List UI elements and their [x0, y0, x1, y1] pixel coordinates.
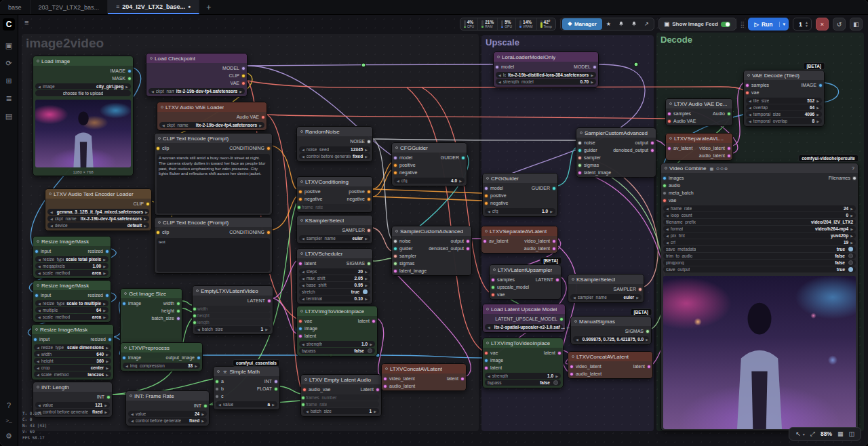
increment-icon[interactable]: ▶: [103, 264, 106, 268]
node-int-frame-rate[interactable]: INT: Frame RateINT◀value24▶◀control befo…: [125, 390, 210, 426]
node-header[interactable]: Load Image: [33, 56, 133, 66]
port-dot[interactable]: [108, 338, 112, 342]
increment-icon[interactable]: ▶: [365, 283, 368, 287]
input-port-negative[interactable]: negative: [484, 201, 508, 205]
increment-icon[interactable]: ▶: [145, 210, 148, 214]
collapse-dot-icon[interactable]: [493, 268, 496, 271]
widget-filename_prefix[interactable]: filename_prefixvideo/204_I2V_LTX2: [663, 219, 856, 225]
port-dot[interactable]: [727, 112, 731, 116]
port-dot[interactable]: [298, 190, 302, 194]
increment-icon[interactable]: ▶: [374, 409, 376, 413]
output-port-resized[interactable]: resized: [87, 293, 109, 298]
output-port-IMAGE[interactable]: IMAGE: [110, 68, 132, 73]
node-cfg-guider-2[interactable]: CFGGuidermodelGUIDERpositivenegative◀cfg…: [482, 173, 558, 217]
increment-icon[interactable]: ▶: [103, 258, 106, 262]
node-clip-encode-pos[interactable]: CLIP Text Encode (Prompt)clipCONDITIONIN…: [154, 133, 273, 216]
decrement-icon[interactable]: ◀: [38, 271, 41, 275]
widget-...[interactable]: ◀...gemma_3_12B_it_fp4_mixed.safetensors…: [47, 209, 149, 215]
output-port-batch_size[interactable]: batch_size: [152, 316, 180, 321]
widget-strength[interactable]: ◀strength1.0▶: [485, 373, 561, 379]
widget-value[interactable]: ◀ltx-2-spatial-upscaler-x2-1.0.saf ...▶: [485, 324, 563, 330]
decrement-icon[interactable]: ◀: [38, 315, 41, 319]
port-dot[interactable]: [552, 239, 556, 243]
decrement-icon[interactable]: ◀: [38, 258, 41, 262]
output-port-output_image[interactable]: output_image: [166, 355, 201, 360]
increment-icon[interactable]: ▶: [365, 148, 368, 152]
input-port-positive[interactable]: positive: [298, 189, 321, 194]
output-port-width[interactable]: width: [163, 301, 180, 306]
port-dot[interactable]: [559, 317, 564, 321]
decrement-icon[interactable]: ◀: [302, 342, 304, 346]
widget-max_shift[interactable]: ◀max_shift2.05▶: [299, 275, 370, 281]
collapse-dot-icon[interactable]: [37, 240, 39, 243]
input-port-negative[interactable]: negative: [393, 170, 417, 175]
run-dropdown-icon[interactable]: ▾: [779, 22, 789, 27]
widget-frame_rate[interactable]: ◀frame_rate24▶: [663, 205, 856, 211]
output-port-CONDITIONING[interactable]: CONDITIONING: [229, 230, 271, 235]
collapse-dot-icon[interactable]: [486, 177, 489, 180]
node-concat-2[interactable]: LTXVConcatAVLatentvideo_latentlatentaudi…: [568, 351, 653, 379]
port-dot[interactable]: [555, 278, 559, 282]
widget-noise_seed[interactable]: ◀noise_seed12345▶: [299, 146, 370, 153]
node-load-image[interactable]: Load ImageIMAGEMASK◀imagecity_girl.jpeg▶…: [33, 56, 134, 176]
port-dot[interactable]: [552, 186, 556, 190]
port-dot[interactable]: [261, 115, 265, 119]
node-header[interactable]: CFGGuider: [483, 174, 557, 183]
output-port-Latent[interactable]: Latent: [361, 387, 380, 392]
output-port-latent[interactable]: latent: [447, 376, 465, 381]
model-library-icon[interactable]: ≣: [3, 94, 14, 103]
port-dot[interactable]: [667, 112, 671, 116]
widget-value[interactable]: ◀value24▶: [128, 411, 207, 417]
output-port-INT[interactable]: INT: [97, 394, 111, 399]
decrement-icon[interactable]: ◀: [131, 419, 134, 423]
input-port-model[interactable]: model: [495, 64, 514, 69]
input-port-input[interactable]: input: [35, 293, 51, 298]
port-dot[interactable]: [484, 194, 488, 198]
widget-sig ...[interactable]: ◀sig ...0.909875, 0.725, 0.421875, 0.0▶: [573, 336, 649, 342]
collapse-dot-icon[interactable]: [49, 192, 52, 195]
decrement-icon[interactable]: ◀: [666, 227, 669, 231]
node-header[interactable]: Load Latent Upscale Model: [483, 304, 565, 314]
port-dot[interactable]: [557, 351, 561, 355]
collapse-dot-icon[interactable]: [572, 278, 574, 281]
decrement-icon[interactable]: ◀: [498, 73, 501, 77]
widget-height[interactable]: height: [195, 312, 271, 319]
input-port-sigmas[interactable]: sigmas: [393, 261, 414, 266]
port-dot[interactable]: [106, 395, 111, 399]
zoom-level[interactable]: 88%: [821, 430, 832, 437]
increment-icon[interactable]: ▶: [550, 209, 553, 214]
run-count-steppers[interactable]: ▲▼: [805, 21, 808, 28]
widget-loop_count[interactable]: ◀loop_count0▶: [663, 212, 856, 218]
decrement-icon[interactable]: ◀: [498, 80, 501, 84]
collapse-dot-icon[interactable]: [574, 320, 577, 323]
widget-sampler_name[interactable]: ◀sampler_nameeuler▶: [299, 235, 370, 241]
node-header[interactable]: VAE Decode (Tiled): [744, 70, 824, 80]
increment-icon[interactable]: ▶: [125, 85, 128, 89]
input-port-image[interactable]: image: [484, 358, 503, 363]
widget-pingpong[interactable]: pingpongfalse: [663, 260, 856, 266]
increment-icon[interactable]: ▶: [850, 234, 853, 238]
port-dot[interactable]: [466, 239, 470, 243]
output-port-NOISE[interactable]: NOISE: [350, 139, 371, 144]
widget-scale_method[interactable]: ◀scale_methodarea▶: [35, 270, 108, 276]
input-port-video_latent[interactable]: video_latent: [383, 376, 415, 381]
node-header[interactable]: LTXVLatentUpsampler: [490, 265, 561, 275]
port-dot[interactable]: [495, 65, 499, 69]
output-port-Audio[interactable]: Audio: [713, 111, 731, 116]
port-dot[interactable]: [484, 351, 488, 355]
port-dot[interactable]: [745, 83, 749, 87]
input-port-audio_latent[interactable]: audio_latent: [383, 384, 415, 388]
input-port-sampler[interactable]: sampler: [578, 155, 601, 160]
new-tab-button[interactable]: +: [199, 0, 218, 14]
decrement-icon[interactable]: ◀: [749, 106, 751, 110]
node-header[interactable]: KSamplerSelect: [568, 275, 644, 284]
decrement-icon[interactable]: ◀: [125, 364, 128, 368]
port-dot[interactable]: [35, 293, 39, 298]
node-header[interactable]: ⚒Simple Math: [214, 367, 279, 376]
input-port-sigmas[interactable]: sigmas: [578, 163, 599, 167]
workflows-icon[interactable]: ▤: [3, 112, 14, 121]
pointer-tool-icon[interactable]: ↖: [795, 430, 801, 437]
input-port-video_latent[interactable]: video_latent: [570, 364, 601, 369]
collapse-dot-icon[interactable]: [395, 230, 398, 232]
output-port-INT[interactable]: INT: [194, 403, 208, 408]
